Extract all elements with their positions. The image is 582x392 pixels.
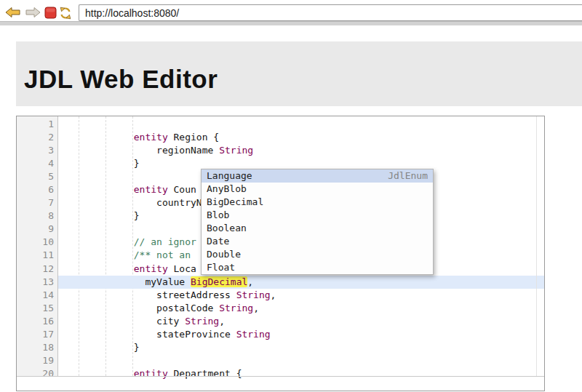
autocomplete-popup: LanguageJdlEnumAnyBlobBigDecimalBlobBool… [201, 169, 434, 275]
autocomplete-item-label: Float [207, 261, 235, 274]
token-text [60, 184, 134, 195]
autocomplete-item[interactable]: Blob [202, 209, 433, 222]
line-number: 4 [17, 157, 54, 170]
code-line[interactable]: regionName String [58, 144, 544, 157]
browser-toolbar [0, 0, 582, 25]
line-number: 10 [17, 236, 54, 249]
autocomplete-item-label: AnyBlob [207, 183, 247, 196]
line-number: 7 [17, 196, 54, 209]
token-text: city [60, 316, 185, 327]
code-line[interactable] [58, 354, 544, 367]
token-keyword: String [219, 145, 253, 156]
token-keyword: String [219, 303, 253, 313]
page-header: JDL Web Editor [16, 41, 582, 106]
gutter-numbers: 1234567891011121314151617181920 [17, 118, 54, 380]
code-line[interactable] [58, 118, 544, 131]
token-text: , [219, 316, 225, 327]
autocomplete-item[interactable]: BigDecimal [202, 196, 433, 209]
token-text: , [247, 276, 253, 287]
token-text: countryN [60, 197, 202, 208]
token-text: postalCode [60, 303, 219, 313]
token-text [60, 263, 134, 274]
autocomplete-item-label: Double [207, 248, 241, 261]
autocomplete-item-label: Boolean [207, 222, 247, 235]
token-text: Region { [168, 132, 219, 143]
line-number: 18 [17, 341, 54, 354]
token-text: } [60, 158, 140, 169]
line-number: 1 [17, 118, 54, 131]
line-number: 8 [17, 209, 54, 223]
code-line[interactable]: postalCode String, [58, 302, 544, 315]
token-comment: // an ignor [60, 236, 196, 247]
token-keyword: entity [134, 132, 168, 143]
autocomplete-item-label: Blob [207, 209, 229, 222]
line-number: 11 [17, 249, 54, 262]
code-line[interactable]: entity Department { [58, 367, 544, 380]
token-keyword: entity [134, 368, 168, 379]
token-text [60, 132, 134, 143]
autocomplete-item-label: Date [207, 235, 229, 248]
url-input[interactable] [79, 4, 582, 21]
token-keyword: entity [134, 184, 168, 195]
forward-button-icon[interactable] [25, 7, 41, 18]
code-line[interactable]: streetAddress String, [58, 289, 544, 302]
code-line[interactable]: stateProvince String [58, 328, 544, 341]
toolbar-divider [0, 21, 582, 25]
token-keyword: String [236, 329, 271, 340]
token-text: Department { [168, 368, 242, 379]
token-comment: /** not an [60, 249, 196, 260]
line-number: 16 [17, 315, 54, 328]
line-number: 13 [17, 276, 54, 289]
autocomplete-item-label: BigDecimal [207, 196, 263, 209]
autocomplete-item[interactable]: Float [202, 261, 433, 274]
token-text: , [271, 289, 276, 300]
token-text: Loca [168, 263, 196, 274]
autocomplete-item[interactable]: Boolean [202, 222, 433, 235]
token-keyword: entity [134, 263, 168, 274]
line-number: 9 [17, 223, 54, 236]
token-text: } [60, 210, 140, 221]
autocomplete-item[interactable]: Double [202, 248, 433, 261]
token-text: , [253, 303, 259, 313]
vertical-scrollbar-track[interactable] [536, 116, 537, 376]
line-number: 12 [17, 263, 54, 276]
code-line[interactable]: entity Region { [58, 131, 544, 144]
autocomplete-item-label: Language [207, 169, 252, 183]
token-keyword: String [185, 316, 219, 327]
stop-button-icon[interactable] [44, 7, 57, 19]
line-number: 19 [17, 354, 54, 367]
token-text [60, 368, 134, 379]
line-number: 15 [17, 302, 54, 315]
token-highlighted: BigDecimal [191, 276, 247, 287]
horizontal-scrollbar-track[interactable] [17, 376, 544, 377]
token-text: regionName [60, 145, 219, 156]
autocomplete-item-detail: JdlEnum [388, 169, 428, 183]
gutter: 1234567891011121314151617181920 [17, 116, 58, 376]
line-number: 5 [17, 170, 54, 183]
line-number: 6 [17, 183, 54, 196]
autocomplete-item[interactable]: AnyBlob [202, 183, 433, 196]
token-text: } [60, 342, 140, 353]
token-text: Coun [168, 184, 196, 195]
line-number: 14 [17, 289, 54, 302]
line-number: 20 [17, 367, 54, 380]
autocomplete-item[interactable]: Date [202, 235, 433, 248]
autocomplete-item-selected[interactable]: LanguageJdlEnum [202, 169, 433, 183]
token-text: stateProvince [60, 329, 236, 340]
back-button-icon[interactable] [5, 7, 20, 18]
line-number: 17 [17, 328, 54, 341]
token-keyword: String [236, 289, 271, 300]
code-line[interactable]: } [58, 341, 544, 354]
line-number: 3 [17, 144, 54, 157]
token-text: myValue [60, 276, 191, 287]
token-text: streetAddress [60, 289, 236, 300]
code-line-current[interactable]: myValue BigDecimal, [58, 276, 544, 289]
line-number: 2 [17, 131, 54, 144]
reload-button-icon[interactable] [59, 7, 72, 20]
code-line[interactable]: city String, [58, 315, 544, 328]
page-title: JDL Web Editor [16, 41, 582, 94]
